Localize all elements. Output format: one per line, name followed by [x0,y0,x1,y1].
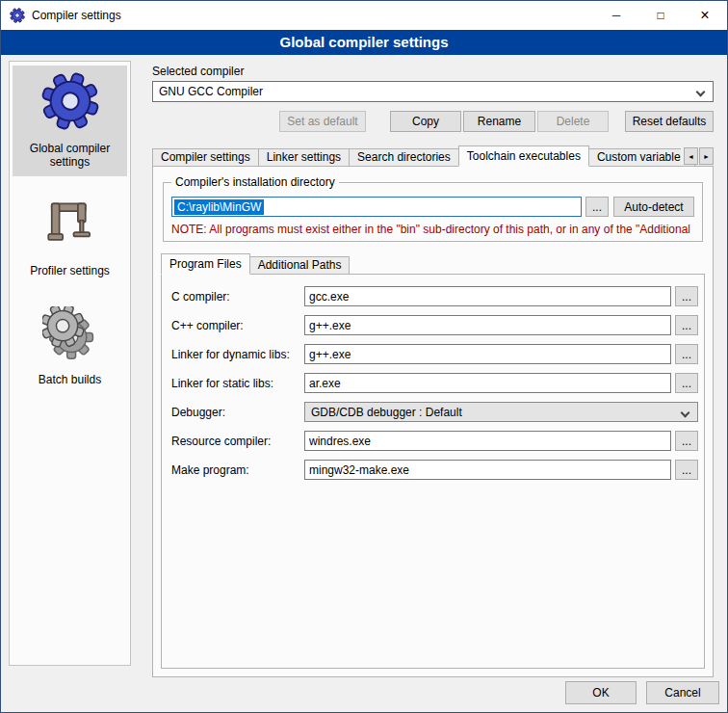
installation-directory-value: C:\raylib\MinGW [174,199,264,215]
compiler-tabstrip: Compiler settings Linker settings Search… [152,145,714,167]
browse-button[interactable]: ... [675,431,698,451]
field-row-cpp-compiler: C++ compiler: ... [171,315,698,335]
dialog-footer: OK Cancel [565,681,719,704]
auto-detect-button[interactable]: Auto-detect [613,197,694,217]
sidebar: Global compiler settings [9,61,131,666]
chevron-down-icon [681,409,690,418]
titlebar: Compiler settings ─ □ × [1,1,727,30]
tab-compiler-settings[interactable]: Compiler settings [152,148,259,167]
cpp-compiler-input[interactable] [304,315,671,335]
selected-compiler-label: Selected compiler [152,65,714,78]
ok-button[interactable]: OK [565,681,637,704]
rename-button[interactable]: Rename [463,111,535,132]
minimize-button[interactable]: ─ [594,1,638,30]
field-row-resource-compiler: Resource compiler: ... [171,431,698,451]
blue-gear-icon [40,120,100,134]
tab-scroll-right-button[interactable]: ► [699,147,714,165]
installation-directory-browse-button[interactable]: ... [585,197,609,217]
dynamic-linker-input[interactable] [304,344,671,364]
browse-button[interactable]: ... [675,344,698,364]
field-row-dynamic-linker: Linker for dynamic libs: ... [171,344,698,364]
sidebar-item-label: Batch builds [14,373,125,386]
installation-directory-input[interactable]: C:\raylib\MinGW [171,197,582,217]
tab-additional-paths[interactable]: Additional Paths [249,256,351,275]
tab-search-directories[interactable]: Search directories [349,148,459,167]
main-panel: Selected compiler GNU GCC Compiler Set a… [143,61,721,677]
selected-compiler-select[interactable]: GNU GCC Compiler [152,81,714,102]
field-label: Debugger: [171,406,304,419]
sidebar-item-batch-builds[interactable]: Batch builds [13,301,127,394]
make-program-input[interactable] [304,460,671,480]
cancel-button[interactable]: Cancel [646,681,719,704]
program-files-panel: C compiler: ... C++ compiler: ... Linker… [161,274,705,669]
tab-toolchain-executables[interactable]: Toolchain executables [458,145,589,167]
maximize-button[interactable]: □ [638,1,683,30]
installation-directory-label: Compiler's installation directory [171,175,339,189]
dialog-content: Global compiler settings [1,55,727,712]
clamp-tool-icon [43,243,97,256]
field-label: Resource compiler: [171,435,304,448]
gray-gears-icon [42,352,98,365]
static-linker-input[interactable] [304,373,671,393]
installation-directory-group: Compiler's installation directory C:\ray… [163,182,703,242]
dialog-header-title: Global compiler settings [1,30,727,55]
field-label: C compiler: [171,290,304,304]
debugger-select[interactable]: GDB/CDB debugger : Default [304,402,698,422]
sidebar-item-label: Global compiler settings [14,142,125,169]
browse-button[interactable]: ... [675,373,698,393]
toolchain-executables-panel: Compiler's installation directory C:\ray… [152,166,714,677]
set-as-default-button[interactable]: Set as default [279,111,366,132]
field-row-make-program: Make program: ... [171,460,698,480]
browse-button[interactable]: ... [675,315,698,335]
installation-directory-row: C:\raylib\MinGW ... Auto-detect [171,197,694,217]
compiler-actions: Set as default Copy Rename Delete Reset … [152,111,714,132]
field-row-debugger: Debugger: GDB/CDB debugger : Default [171,402,698,422]
tab-linker-settings[interactable]: Linker settings [258,148,350,167]
copy-button[interactable]: Copy [390,111,461,132]
field-label: Linker for static libs: [171,377,304,390]
field-label: Linker for dynamic libs: [171,348,304,361]
sidebar-item-global-compiler-settings[interactable]: Global compiler settings [13,66,127,176]
window-controls: ─ □ × [594,1,727,30]
delete-button[interactable]: Delete [537,111,609,132]
chevron-down-icon [696,88,706,97]
field-row-static-linker: Linker for static libs: ... [171,373,698,393]
compiler-settings-window: Compiler settings ─ □ × Global compiler … [0,0,728,713]
field-row-c-compiler: C compiler: ... [171,286,698,306]
tab-scroll-left-button[interactable]: ◄ [684,147,698,165]
sidebar-item-label: Profiler settings [14,264,125,277]
sidebar-item-profiler-settings[interactable]: Profiler settings [13,192,127,285]
tab-custom-variables[interactable]: Custom variables [588,148,695,167]
close-button[interactable]: × [683,1,727,30]
window-title: Compiler settings [32,9,121,22]
tab-scroll-buttons: ◄ ► [681,147,714,165]
selected-compiler-value: GNU GCC Compiler [159,85,263,98]
field-label: Make program: [171,463,304,477]
browse-button[interactable]: ... [675,286,698,306]
field-label: C++ compiler: [171,319,304,332]
programs-tabstrip: Program Files Additional Paths [161,253,705,275]
resource-compiler-input[interactable] [304,431,671,451]
tab-program-files[interactable]: Program Files [161,253,250,275]
reset-defaults-button[interactable]: Reset defaults [625,111,714,132]
browse-button[interactable]: ... [675,460,698,480]
app-icon [10,8,25,23]
installation-note: NOTE: All programs must exist either in … [171,223,694,236]
debugger-value: GDB/CDB debugger : Default [311,406,462,419]
c-compiler-input[interactable] [304,286,671,306]
